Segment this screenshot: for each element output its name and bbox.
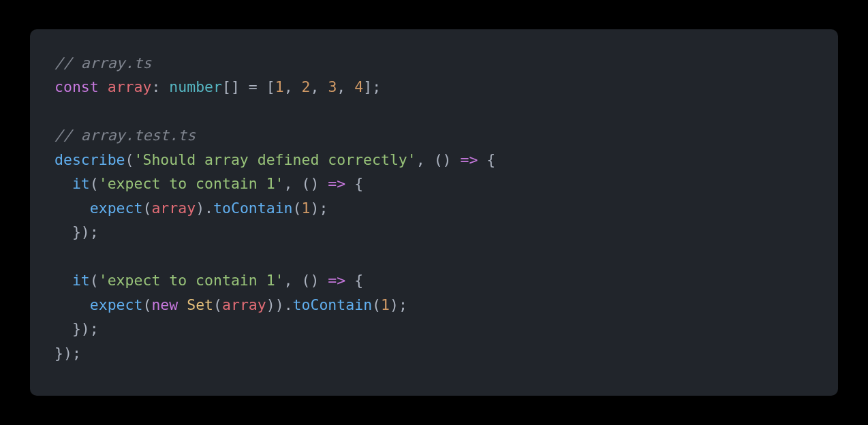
paren-empty: () — [301, 175, 319, 192]
paren-close: ) — [63, 345, 72, 362]
number-literal: 2 — [302, 78, 311, 95]
number-literal: 3 — [328, 78, 337, 95]
brace-open: { — [354, 175, 363, 192]
paren-open: ( — [90, 175, 99, 192]
comma: , — [284, 272, 302, 289]
comma: , — [284, 78, 302, 95]
paren-open: ( — [142, 296, 151, 313]
paren-close: ) — [390, 296, 399, 313]
paren-open: ( — [142, 200, 151, 217]
identifier-array: array — [108, 78, 152, 95]
code-block: // array.ts const array: number[] = [1, … — [55, 51, 813, 365]
method-toContain: toContain — [213, 200, 293, 217]
paren-empty: () — [434, 151, 452, 168]
comma: , — [416, 151, 434, 168]
paren-open: ( — [125, 151, 134, 168]
paren-open: ( — [372, 296, 381, 313]
semicolon: ; — [399, 296, 407, 313]
type-number: number — [169, 78, 222, 95]
comment-line: // array.ts — [55, 54, 151, 72]
string-literal: 'expect to contain 1' — [99, 175, 284, 192]
semicolon: ; — [372, 78, 381, 95]
semicolon: ; — [90, 320, 99, 337]
equals: = — [240, 78, 266, 95]
keyword-const: const — [55, 78, 99, 95]
paren-close: ) — [81, 223, 90, 240]
dot: . — [204, 200, 213, 217]
brace-open: { — [354, 272, 363, 289]
code-card: // array.ts const array: number[] = [1, … — [30, 29, 838, 396]
identifier-array: array — [222, 296, 266, 313]
comment-line: // array.test.ts — [55, 127, 196, 144]
brace-close: } — [72, 223, 81, 240]
method-toContain: toContain — [293, 296, 373, 313]
dot: . — [284, 296, 293, 313]
function-expect: expect — [90, 200, 143, 217]
paren-close: ) — [275, 296, 284, 313]
brace-open: { — [486, 151, 495, 168]
number-literal: 1 — [381, 296, 390, 313]
function-expect: expect — [90, 296, 143, 313]
function-it: it — [72, 272, 90, 289]
arrow: => — [319, 175, 354, 192]
comma: , — [337, 78, 354, 95]
number-literal: 4 — [354, 78, 363, 95]
bracket-open: [ — [266, 78, 275, 95]
brace-close: } — [55, 345, 63, 362]
comma: , — [284, 175, 302, 192]
string-literal: 'Should array defined correctly' — [134, 151, 416, 168]
bracket-close: ] — [363, 78, 372, 95]
comma: , — [310, 78, 328, 95]
semicolon: ; — [90, 223, 99, 240]
string-literal: 'expect to contain 1' — [99, 272, 284, 289]
number-literal: 1 — [302, 200, 311, 217]
paren-open: ( — [213, 296, 222, 313]
constructor-Set: Set — [187, 296, 213, 313]
brackets: [] — [222, 78, 240, 95]
function-it: it — [72, 175, 90, 192]
keyword-new: new — [151, 296, 178, 313]
colon: : — [151, 78, 160, 95]
space — [178, 296, 187, 313]
paren-close: ) — [310, 200, 319, 217]
arrow: => — [319, 272, 354, 289]
function-describe: describe — [55, 151, 125, 168]
paren-close: ) — [266, 296, 275, 313]
identifier-array: array — [151, 200, 196, 217]
arrow: => — [452, 151, 487, 168]
paren-open: ( — [90, 272, 99, 289]
number-literal: 1 — [275, 78, 284, 95]
paren-empty: () — [301, 272, 319, 289]
paren-close: ) — [196, 200, 204, 217]
paren-open: ( — [293, 200, 302, 217]
brace-close: } — [72, 320, 81, 337]
semicolon: ; — [319, 200, 328, 217]
semicolon: ; — [72, 345, 81, 362]
paren-close: ) — [81, 320, 90, 337]
